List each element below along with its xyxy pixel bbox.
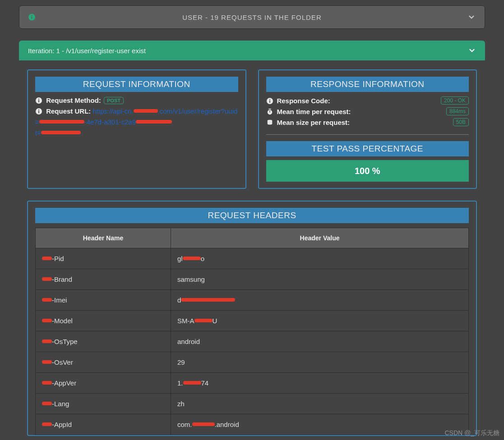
header-name-suffix: -OsType <box>52 338 78 345</box>
header-value-pre: SM-A <box>177 317 194 325</box>
redacted-text <box>192 422 215 426</box>
header-name-suffix: -AppVer <box>52 379 76 387</box>
headers-table: Header Name Header Value -Pidglo-Brandsa… <box>35 228 469 435</box>
redacted-text <box>134 109 158 113</box>
redacted-text <box>42 298 52 302</box>
table-row: -Brandsamsung <box>36 269 469 290</box>
svg-rect-7 <box>38 111 39 113</box>
header-name-cell: -OsType <box>36 331 171 352</box>
redacted-text <box>42 257 52 260</box>
table-row: -OsTypeandroid <box>36 331 469 352</box>
svg-rect-1 <box>32 17 32 19</box>
table-row: -Imeid <box>36 290 469 311</box>
info-icon <box>28 14 35 21</box>
stopwatch-icon <box>266 108 273 115</box>
header-name-cell: -AppId <box>36 414 171 435</box>
chevron-down-icon[interactable] <box>468 46 476 55</box>
info-icon <box>35 97 42 104</box>
redacted-text <box>42 277 52 281</box>
redacted-text <box>181 298 235 302</box>
response-info-title: RESPONSE INFORMATION <box>266 77 469 92</box>
svg-rect-10 <box>269 100 270 102</box>
header-value-cell: SM-AU <box>171 311 469 331</box>
header-value-cell: d <box>171 290 469 311</box>
svg-rect-11 <box>269 99 270 100</box>
svg-rect-12 <box>268 109 271 110</box>
svg-rect-14 <box>269 110 270 112</box>
mean-size-row: Mean size per request: 50B <box>266 118 469 126</box>
iteration-label: Iteration: 1 - /v1/user/register-user ex… <box>28 47 146 55</box>
header-name-suffix: -Lang <box>52 400 69 408</box>
request-info-panel: REQUEST INFORMATION Request Method: POST… <box>27 69 246 189</box>
header-value-cell: samsung <box>171 269 469 290</box>
mean-time-row: Mean time per request: 884ms <box>266 107 469 115</box>
info-icon <box>35 108 42 115</box>
request-headers-title: REQUEST HEADERS <box>35 208 469 223</box>
header-name-suffix: -AppId <box>52 421 72 428</box>
iteration-bar[interactable]: Iteration: 1 - /v1/user/register-user ex… <box>19 41 485 60</box>
header-value-post: 74 <box>201 379 209 387</box>
header-value-post: o <box>201 255 204 262</box>
header-name-suffix: -Pid <box>52 255 64 262</box>
mean-time-label: Mean time per request: <box>277 108 351 115</box>
header-name-suffix: -OsVer <box>52 358 73 366</box>
redacted-text <box>41 131 81 134</box>
table-row: -AppVer1.74 <box>36 373 469 394</box>
mean-size-label: Mean size per request: <box>277 119 350 126</box>
svg-rect-5 <box>38 99 39 100</box>
header-value-pre: d <box>177 296 181 304</box>
redacted-text <box>42 402 52 405</box>
request-url-row: Request URL: https://api-cn..com/v1/user… <box>35 106 238 138</box>
header-value-post: U <box>213 317 217 325</box>
table-row: -AppIdcom..android <box>36 414 469 435</box>
url-part: -4e7d-a301-c2a9 <box>84 118 136 126</box>
svg-rect-4 <box>38 100 39 102</box>
redacted-text <box>42 381 52 385</box>
request-method-row: Request Method: POST <box>35 96 238 104</box>
header-value-post: .android <box>215 421 239 428</box>
info-icon <box>266 97 273 105</box>
header-value-cell: com..android <box>171 414 469 435</box>
table-row: -Pidglo <box>36 248 469 269</box>
redacted-text <box>194 319 213 322</box>
database-icon <box>266 119 273 126</box>
redacted-text <box>42 360 52 364</box>
mean-size-value: 50B <box>453 118 469 126</box>
redacted-text <box>39 120 84 124</box>
divider <box>266 134 469 135</box>
mean-time-value: 884ms <box>446 107 469 115</box>
test-pass-title: TEST PASS PERCENTAGE <box>266 141 469 156</box>
header-name-suffix: -Imei <box>52 296 67 304</box>
url-part: t= <box>35 129 41 137</box>
header-name-cell: -Brand <box>36 269 171 290</box>
header-value-pre: samsung <box>177 275 205 283</box>
header-value-pre: 1. <box>177 379 183 387</box>
redacted-text <box>42 319 52 322</box>
header-name-suffix: -Brand <box>52 275 72 283</box>
method-badge: POST <box>104 97 124 104</box>
response-code-label: Response Code: <box>277 97 330 105</box>
header-value-pre: android <box>177 338 200 345</box>
table-row: -Langzh <box>36 394 469 414</box>
redacted-text <box>136 120 172 124</box>
header-name-cell: -Imei <box>36 290 171 311</box>
folder-title: USER - 19 REQUESTS IN THE FOLDER <box>182 14 321 21</box>
test-pass-value: 100 % <box>266 160 469 182</box>
svg-rect-8 <box>38 110 39 110</box>
request-headers-panel: REQUEST HEADERS Header Name Header Value… <box>27 201 477 436</box>
request-info-title: REQUEST INFORMATION <box>35 77 238 92</box>
folder-header[interactable]: USER - 19 REQUESTS IN THE FOLDER <box>19 5 485 29</box>
redacted-text <box>183 381 201 385</box>
header-value-cell: glo <box>171 248 469 269</box>
redacted-text <box>42 339 52 343</box>
redacted-text <box>42 422 52 426</box>
chevron-down-icon[interactable] <box>467 13 476 21</box>
header-value-pre: 29 <box>177 358 185 366</box>
header-value-pre: gl <box>177 255 183 262</box>
header-value-pre: com. <box>177 421 192 428</box>
header-name-col: Header Name <box>36 228 171 248</box>
response-code-value: 200 - OK <box>441 96 469 105</box>
header-value-cell: 29 <box>171 352 469 373</box>
header-name-cell: -OsVer <box>36 352 171 373</box>
header-name-cell: -Lang <box>36 394 171 414</box>
